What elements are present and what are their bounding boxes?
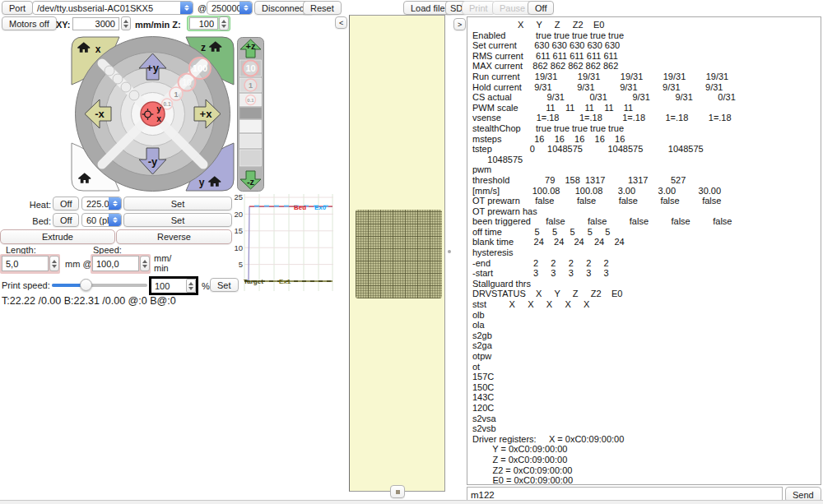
port-button[interactable]: Port	[2, 1, 33, 15]
xy-feedrate-input[interactable]	[72, 17, 119, 30]
jog-minus-x-label: -x	[95, 108, 105, 120]
jog-plus-x-label: +x	[200, 108, 213, 120]
bed-temp-select[interactable]: 60 (pla)	[81, 213, 122, 227]
jog-minus-y-label: -y	[148, 155, 158, 168]
heat-off-button[interactable]: Off	[53, 197, 79, 210]
legend-bed: Bed	[294, 204, 306, 211]
off-button[interactable]: Off	[528, 1, 554, 15]
print-bed-grid	[356, 210, 442, 298]
heat-temp-select[interactable]: 225.0 (u	[81, 197, 122, 210]
jog-dial: x z y +y -y -x +x 100 10 1 0.1 y x	[70, 35, 236, 193]
ytick-20: 20	[234, 210, 243, 219]
at-label: @	[198, 3, 207, 13]
pronterface-window: { "toolbar": { "port_label": "Port", "po…	[0, 0, 823, 504]
temperature-status-line: T:22.22 /0.00 B:22.31 /0.00 @:0 B@:0	[2, 295, 176, 307]
z-step-cell-down-2[interactable]	[240, 134, 262, 148]
print-speed-label: Print speed:	[2, 280, 50, 290]
z-step-cell-down-1[interactable]	[240, 120, 262, 132]
baud-select[interactable]: 250000	[207, 1, 253, 15]
viewer-zoom-icon	[396, 490, 400, 494]
length-input[interactable]	[2, 256, 49, 271]
jog-step-100-label: 100	[193, 63, 207, 73]
jog-plus-y-label: +y	[146, 62, 160, 74]
xy-feedrate-label: XY:	[56, 20, 71, 30]
legend-ex0: Ex0	[314, 204, 327, 211]
print-button[interactable]: Print	[462, 1, 495, 15]
home-x-label: x	[95, 44, 101, 55]
bed-temp-value: 60 (pla)	[82, 215, 109, 225]
z-feedrate-stepper[interactable]	[219, 16, 229, 30]
gcode-viewer-canvas[interactable]	[349, 15, 445, 492]
percent-label: %	[202, 281, 210, 291]
extrude-speed-input[interactable]	[92, 256, 139, 271]
print-speed-focus-box: 100	[149, 276, 198, 295]
mm-at-label: mm @	[65, 259, 92, 269]
extrude-unit-label-line1: mm/	[154, 253, 171, 263]
z-feedrate-label: mm/min Z:	[135, 20, 181, 30]
xy-feedrate-stepper[interactable]	[121, 16, 131, 30]
bed-set-button[interactable]: Set	[123, 213, 232, 227]
extrude-unit-label-line2: min	[154, 263, 169, 273]
jog-step-0-1-label: 0.1	[163, 101, 170, 107]
z-plus-label: +z	[246, 41, 256, 51]
legend-ex1: Ex1	[279, 278, 291, 285]
heat-set-button[interactable]: Set	[123, 197, 232, 210]
center-y-label: y	[156, 104, 161, 113]
extrude-speed-stepper[interactable]	[140, 256, 150, 271]
chevron-up-down-icon	[109, 197, 121, 210]
reset-button[interactable]: Reset	[303, 1, 342, 15]
port-select-value: /dev/tty.usbserial-AC01SKX5	[33, 3, 180, 13]
z-step-1-label: 1	[249, 81, 253, 90]
motors-off-button[interactable]: Motors off	[2, 16, 57, 30]
z-step-0-1-label: 0.1	[247, 98, 254, 103]
heat-temp-value: 225.0 (u	[82, 199, 109, 209]
ytick-15: 15	[234, 226, 243, 235]
baud-select-value: 250000	[207, 3, 239, 13]
ytick-25: 25	[234, 192, 243, 201]
z-center-band[interactable]	[240, 108, 262, 118]
print-speed-stepper[interactable]	[186, 279, 196, 293]
viewer-zoom-button[interactable]	[390, 485, 405, 498]
port-select[interactable]: /dev/tty.usbserial-AC01SKX5	[32, 1, 193, 15]
bed-label: Bed:	[23, 216, 51, 226]
legend-target: Target	[244, 278, 263, 285]
sash-handle[interactable]	[448, 250, 451, 253]
console-log-area[interactable]: X Y Z Z2 E0 Enabled true true true true …	[467, 16, 821, 485]
ytick-10: 10	[234, 243, 243, 252]
home-y-label: y	[199, 177, 205, 188]
collapse-left-panel-button[interactable]: <	[335, 16, 347, 29]
z-minus-label: -z	[247, 177, 255, 187]
heat-label: Heat:	[23, 200, 51, 210]
home-z-label: z	[201, 42, 206, 53]
reverse-button[interactable]: Reverse	[116, 229, 232, 244]
extrude-button[interactable]: Extrude	[0, 229, 115, 244]
z-jog-column: +z 10 1 0.1 -z	[237, 37, 264, 192]
center-x-label: x	[156, 114, 161, 123]
z-step-10-label: 10	[245, 63, 255, 73]
chevron-up-down-icon	[239, 2, 252, 14]
length-stepper[interactable]	[49, 256, 59, 271]
window-bottom-edge	[0, 500, 823, 504]
chevron-up-down-icon	[180, 2, 193, 14]
pause-button[interactable]: Pause	[492, 1, 532, 15]
print-speed-input[interactable]: 100	[151, 281, 186, 291]
z-feedrate-input[interactable]	[189, 17, 218, 30]
console-log-text: X Y Z Z2 E0 Enabled true true true true …	[467, 17, 821, 485]
print-speed-slider-thumb[interactable]	[80, 279, 92, 291]
ytick-5: 5	[239, 260, 243, 269]
chevron-up-down-icon	[109, 214, 121, 226]
jog-step-10-label: 10	[182, 78, 192, 87]
expand-right-panel-button[interactable]: >	[453, 18, 466, 30]
jog-step-1-label: 1	[174, 90, 178, 99]
temperature-graph: 25 20 15 10 5 Bed Ex0 Target Ex1	[233, 192, 335, 294]
z-step-cell-down-3[interactable]	[240, 150, 262, 166]
bed-off-button[interactable]: Off	[53, 213, 79, 227]
